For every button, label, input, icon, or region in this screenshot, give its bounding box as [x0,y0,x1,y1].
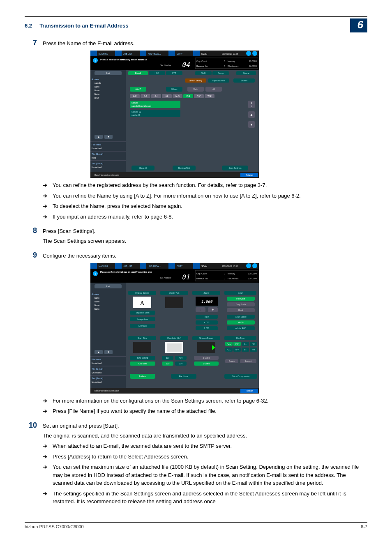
svg-text:JOB LIST[interactable]: JOB LIST [123,265,132,267]
svg-text:P-S[interactable]: P-S [187,95,190,97]
svg-text:i: i [95,59,96,62]
svg-text:100.000%: 100.000% [248,272,257,275]
svg-text:Zoom[interactable]: Zoom [204,292,209,294]
svg-point-7 [246,51,251,56]
svg-text:Quality Adj.[interactable]: Quality Adj. [169,292,179,294]
svg-text:Separate Scan[interactable]: Separate Scan [136,311,149,314]
svg-text:Original Setting[interactable]: Original Setting [135,292,149,294]
svg-text:D-F[interactable]: D-F [144,95,147,97]
svg-text:Color Space[interactable]: Color Space [235,315,247,318]
svg-text:HDD RECALL[interactable]: HDD RECALL [148,265,161,267]
tab-copy[interactable]: COPY [177,53,183,55]
arrow-text: The settings specified in the Scan Setti… [53,490,367,506]
datetime: 2009/11/27 10:38 [222,53,238,55]
svg-text:-: - [200,308,201,312]
svg-text:SCAN[interactable]: SCAN [201,265,207,267]
svg-text:Adobe RGB[interactable]: Adobe RGB [235,327,247,329]
svg-point-105 [252,263,257,268]
svg-text:Color[interactable]: Color [238,292,243,294]
svg-text:Auto Size[interactable]: Auto Size [138,362,147,365]
svg-text:FTP[interactable]: FTP [172,72,176,74]
svg-text:Ready to receive print data: Ready to receive print data [95,389,119,392]
svg-text:List[interactable]: List [106,285,110,288]
svg-text:Resolution(dpi)[interactable]: Resolution(dpi) [167,337,181,339]
svg-text:01: 01 [182,273,190,281]
svg-text:76.603%: 76.603% [249,65,257,67]
svg-text:Others[interactable]: Others [171,88,178,90]
svg-text:None: None [95,93,99,95]
tab-scan[interactable]: SCAN [201,53,207,55]
svg-text:Search: Search [241,79,247,82]
svg-text:Pack.[interactable]: Pack. [227,343,231,345]
svg-text:Image Area[interactable]: Image Area [137,318,148,320]
svg-rect-99 [168,263,175,269]
footer-left: bizhub PRESS C7000/C6000 [25,524,84,529]
svg-text:Group[interactable]: Group [218,72,224,74]
svg-rect-195 [167,343,182,352]
svg-text:File Type[interactable]: File Type [236,337,244,339]
svg-text:MACHINE[interactable]: MACHINE [99,265,108,267]
svg-text:400[interactable]: 400 [179,357,183,359]
tab-hddrecall[interactable]: HDD RECALL [148,53,161,55]
svg-text:Scan Size[interactable]: Scan Size [138,337,147,339]
svg-text:2-Sided[interactable]: 2-Sided [203,357,210,359]
svg-text:Set Number: Set Number [160,276,171,279]
svg-text:2010/02/19 13:35: 2010/02/19 13:35 [222,265,238,267]
svg-text:Size Setting[interactable]: Size Setting [137,357,148,359]
svg-text:All[interactable]: All [212,88,215,90]
svg-text:HDD[interactable]: HDD [155,72,159,74]
svg-text:PDF[interactable]: PDF [235,343,239,345]
svg-text:Div.[interactable]: Div. [244,349,247,351]
svg-text:Pack.[interactable]: Pack. [227,349,231,351]
svg-text:300[interactable]: 300 [179,362,183,365]
svg-text:A: A [140,300,145,306]
svg-text:None: None [95,304,99,306]
svg-text:hello: hello [92,157,96,159]
tab-machine[interactable]: MACHINE [99,53,108,55]
svg-text:Black[interactable]: Black [238,309,244,311]
svg-text:600[interactable]: 600 [166,357,170,359]
svg-text:▲: ▲ [97,136,100,138]
svg-text:Simplex/Duplex[interactable]: Simplex/Duplex [199,337,214,339]
svg-text:Rotation[interactable]: Rotation [246,174,254,176]
svg-text:All Image[interactable]: All Image [138,325,147,327]
svg-text:A-C[interactable]: A-C [133,95,137,97]
svg-text:J-L[interactable]: J-L [166,95,168,97]
svg-text:None: None [95,297,99,299]
svg-text:T-V[interactable]: T-V [197,95,201,97]
section-number: 6.2 [25,23,32,29]
svg-text:1-Sided[interactable]: 1-Sided [203,362,210,365]
svg-text:Div.[interactable]: Div. [244,343,247,345]
svg-text:▲: ▲ [97,351,100,353]
svg-text:sRGB[interactable]: sRGB [238,321,244,324]
svg-rect-3 [115,51,122,56]
svg-text:2.000[interactable]: 2.000 [204,327,210,329]
svg-text:Title (E-mail): Title (E-mail) [92,153,103,155]
svg-text:Rotation[interactable]: Rotation [246,389,254,392]
svg-text:A to Z[interactable]: A to Z [135,88,141,90]
svg-text:x1.0[interactable]: x1.0 [205,315,209,318]
svg-text:Encrypt[interactable]: Encrypt [245,360,252,362]
svg-text:TIFF[interactable]: TIFF [235,349,239,351]
svg-text:Main[interactable]: Main [194,88,198,90]
svg-text:SMB[interactable]: SMB [201,72,206,74]
svg-text:Gray Scale[interactable]: Gray Scale [236,303,246,306]
tab-joblist[interactable]: JOB LIST [123,53,132,55]
svg-text:Memory: Memory [228,60,235,62]
svg-text:Full Color[interactable]: Full Color [236,297,245,300]
svg-text:W-Z[interactable]: W-Z [208,95,211,97]
svg-text:0: 0 [224,65,225,67]
svg-text:Queue[interactable]: Queue [243,72,249,74]
status-text: Ready to receive print data [95,174,119,176]
svg-text:G-I[interactable]: G-I [155,95,158,97]
svg-text:0: 0 [224,277,225,280]
svg-text:COPY[interactable]: COPY [177,265,183,267]
svg-text:200[interactable]: 200 [166,362,170,365]
svg-text:4.000[interactable]: 4.000 [204,321,210,324]
svg-text:TIFF[interactable]: TIFF [252,349,256,351]
svg-text:PDF[interactable]: PDF [252,343,256,345]
svg-text:Pages[interactable]: Pages [229,360,235,362]
page-footer: bizhub PRESS C7000/C6000 6-7 [25,522,367,529]
arrow-text: You can refine the registered address by… [53,181,367,189]
svg-text:M-O[interactable]: M-O [175,95,180,97]
